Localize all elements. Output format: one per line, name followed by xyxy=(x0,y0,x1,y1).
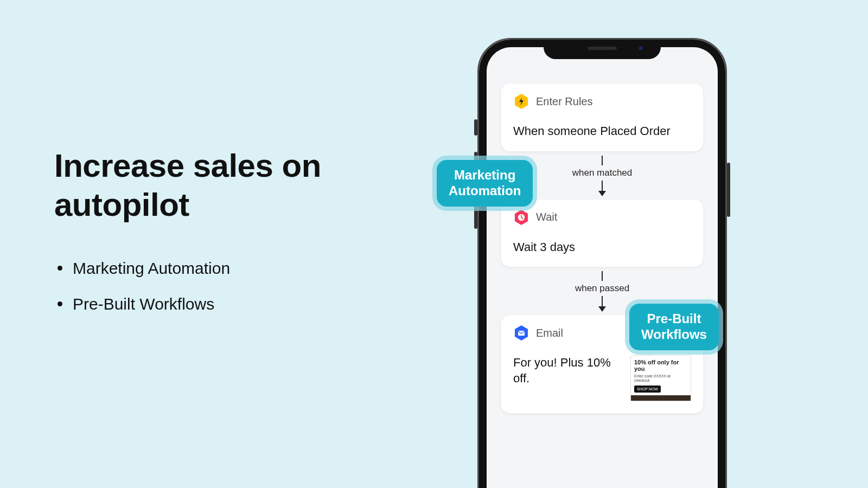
clock-icon xyxy=(513,209,529,226)
email-preview-cta: SHOP NOW xyxy=(634,386,661,393)
bullet-item: Pre-Built Workflows xyxy=(54,293,391,316)
mail-icon xyxy=(513,325,529,341)
connector-label: when matched xyxy=(572,168,633,178)
card-body: When someone Placed Order xyxy=(513,124,691,139)
card-body: Wait 3 days xyxy=(513,240,691,255)
bolt-icon xyxy=(513,93,529,110)
floating-tag-marketing-automation: Marketing Automation xyxy=(437,160,533,207)
hero-heading: Increase sales on autopilot xyxy=(54,146,391,224)
phone-power-button xyxy=(727,163,730,217)
workflow-card-enter-rules[interactable]: Enter Rules When someone Placed Order xyxy=(501,84,703,151)
hero-left: Increase sales on autopilot Marketing Au… xyxy=(54,146,391,329)
email-preview-title: 10% off only for you xyxy=(634,359,687,372)
email-preview-sub: Enter code XXXXX at checkout. xyxy=(634,374,687,382)
phone-mockup: Enter Rules When someone Placed Order wh… xyxy=(477,38,727,488)
card-title: Enter Rules xyxy=(536,95,593,108)
connector-label: when passed xyxy=(575,283,629,294)
workflow-card-wait[interactable]: Wait Wait 3 days xyxy=(501,200,703,267)
phone-frame: Enter Rules When someone Placed Order wh… xyxy=(477,38,727,488)
phone-notch xyxy=(544,40,661,59)
floating-tag-prebuilt-workflows: Pre-Built Workflows xyxy=(629,304,719,350)
hero-bullets: Marketing Automation Pre-Built Workflows xyxy=(54,257,391,316)
bullet-item: Marketing Automation xyxy=(54,257,391,280)
phone-screen: Enter Rules When someone Placed Order wh… xyxy=(488,49,716,488)
email-preview-thumbnail: 10% off only for you Enter code XXXXX at… xyxy=(630,355,691,401)
card-body: For you! Plus 10% off. xyxy=(513,355,623,386)
card-title: Wait xyxy=(536,211,557,223)
card-title: Email xyxy=(536,327,563,339)
email-preview-image xyxy=(631,395,691,401)
